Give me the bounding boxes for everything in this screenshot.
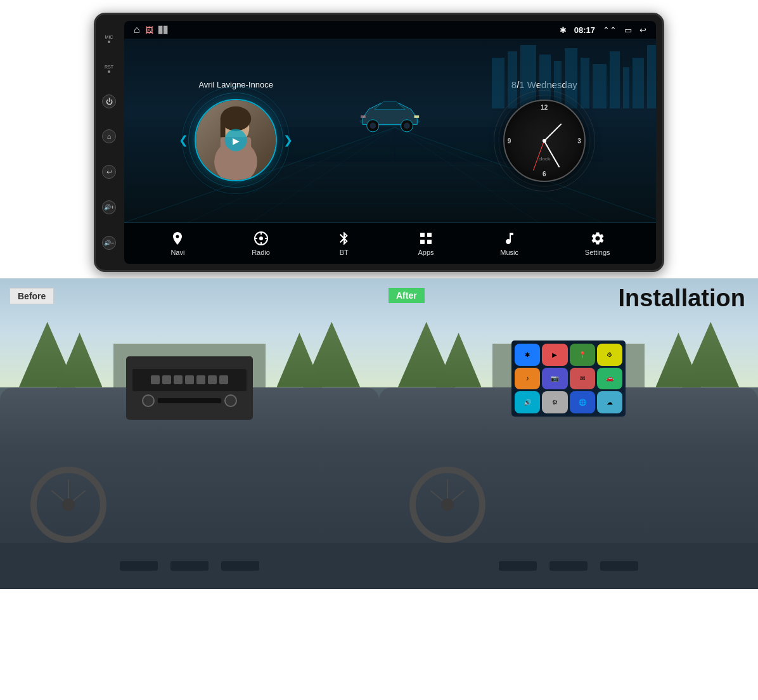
navi-icon xyxy=(170,231,185,246)
status-bar: ⌂ 🖼 ▊▊ ✱ 08:17 ⌃⌃ ▭ ↩ xyxy=(124,21,656,39)
app-1: ▶ xyxy=(542,344,567,366)
mic-label: MIC xyxy=(105,35,113,43)
status-left: ⌂ 🖼 ▊▊ xyxy=(134,24,169,36)
svg-point-35 xyxy=(404,123,411,129)
photo-icon: 🖼 xyxy=(145,25,153,35)
screen-icon: ▭ xyxy=(624,25,632,35)
old-radio-console xyxy=(126,356,253,420)
bottom-panel-before xyxy=(0,543,379,590)
nav-item-navi[interactable]: Navi xyxy=(170,231,185,256)
app-9: ⚙ xyxy=(542,391,567,413)
svg-rect-44 xyxy=(420,233,425,237)
radio-icon xyxy=(254,231,269,246)
after-section: After Installation xyxy=(379,278,758,589)
steering-wheel-after xyxy=(409,467,485,543)
before-section: Before xyxy=(0,278,379,589)
nav-item-music[interactable]: Music xyxy=(500,231,518,256)
before-badge: Before xyxy=(10,288,54,304)
music-label: Music xyxy=(500,249,518,256)
vol-down-button[interactable]: 🔊− xyxy=(102,236,116,250)
main-screen[interactable]: ⌂ 🖼 ▊▊ ✱ 08:17 ⌃⌃ ▭ ↩ xyxy=(124,21,656,264)
app-6: ✉ xyxy=(570,368,595,390)
car-display xyxy=(347,67,432,194)
back-nav-icon: ↩ xyxy=(639,25,646,35)
back-button[interactable]: ↩ xyxy=(102,165,116,179)
play-button[interactable]: ▶ xyxy=(225,129,247,152)
car-section xyxy=(347,39,432,223)
after-badge: After xyxy=(389,288,425,303)
app-4: ♪ xyxy=(515,368,540,390)
bluetooth-icon: ✱ xyxy=(560,25,567,35)
app-5: 📷 xyxy=(542,368,567,390)
minute-hand xyxy=(544,141,560,167)
clock-section: 8/1 Wednesday 12 3 6 9 xyxy=(433,39,656,223)
bottom-panel-after xyxy=(379,543,758,590)
installation-title: Installation xyxy=(618,285,745,312)
settings-icon xyxy=(590,231,605,246)
time-display: 08:17 xyxy=(574,25,595,35)
nav-item-settings[interactable]: Settings xyxy=(585,231,610,256)
rst-label: RST xyxy=(105,65,113,73)
new-stereo-console: ✱ ▶ 📍 ⚙ ♪ 📷 ✉ 🚗 🔊 ⚙ 🌐 ☁ xyxy=(511,340,626,417)
date-display: 8/1 Wednesday xyxy=(511,79,577,90)
svg-rect-46 xyxy=(420,240,425,244)
bottom-nav: Navi Radio xyxy=(124,223,656,264)
status-right: ✱ 08:17 ⌃⌃ ▭ ↩ xyxy=(560,25,646,35)
svg-rect-36 xyxy=(414,115,420,118)
stereo-unit: MIC RST ⏻ ⌂ ↩ 🔊+ 🔊− ⌂ 🖼 ▊▊ xyxy=(94,13,664,272)
app-8: 🔊 xyxy=(515,391,540,413)
navi-label: Navi xyxy=(170,249,184,256)
app-11: ☁ xyxy=(597,391,622,413)
clock-center xyxy=(543,139,546,143)
signal-icon: ▊▊ xyxy=(158,26,169,34)
bt-label: BT xyxy=(340,249,349,256)
app-7: 🚗 xyxy=(597,368,622,390)
svg-point-39 xyxy=(259,237,263,240)
side-buttons: MIC RST ⏻ ⌂ ↩ 🔊+ 🔊− xyxy=(96,15,122,270)
svg-rect-45 xyxy=(427,233,432,237)
settings-label: Settings xyxy=(585,249,610,256)
svg-rect-37 xyxy=(361,115,366,118)
home-button[interactable]: ⌂ xyxy=(102,129,116,143)
hour-hand xyxy=(544,123,562,141)
svg-point-34 xyxy=(370,123,376,129)
svg-rect-47 xyxy=(427,240,432,244)
svg-rect-30 xyxy=(221,119,226,137)
new-stereo-screen: ✱ ▶ 📍 ⚙ ♪ 📷 ✉ 🚗 🔊 ⚙ 🌐 ☁ xyxy=(511,340,626,417)
app-bluetooth: ✱ xyxy=(515,344,540,366)
steering-wheel-before xyxy=(30,467,106,543)
nav-item-bt[interactable]: BT xyxy=(337,231,352,256)
app-3: ⚙ xyxy=(597,344,622,366)
music-section: Avril Lavigne-Innoce ❮ xyxy=(124,39,347,223)
apps-label: Apps xyxy=(418,249,434,256)
music-icon xyxy=(502,231,517,246)
bt-icon xyxy=(337,231,352,246)
main-content: Avril Lavigne-Innoce ❮ xyxy=(124,39,656,223)
stereo-section: MIC RST ⏻ ⌂ ↩ 🔊+ 🔊− ⌂ 🖼 ▊▊ xyxy=(0,0,758,278)
power-button[interactable]: ⏻ xyxy=(102,94,116,108)
car-interior-before xyxy=(0,278,379,589)
home-icon[interactable]: ⌂ xyxy=(134,24,140,36)
nav-item-apps[interactable]: Apps xyxy=(418,231,434,256)
bottom-section: Before xyxy=(0,278,758,589)
apps-icon xyxy=(418,231,434,246)
album-art-container: ❮ xyxy=(179,99,293,181)
radio-label: Radio xyxy=(252,249,270,256)
vol-up-button[interactable]: 🔊+ xyxy=(102,200,116,214)
app-10: 🌐 xyxy=(570,391,595,413)
car-interior-after: ✱ ▶ 📍 ⚙ ♪ 📷 ✉ 🚗 🔊 ⚙ 🌐 ☁ xyxy=(379,278,758,589)
album-art: ▶ xyxy=(195,99,277,181)
nav-item-radio[interactable]: Radio xyxy=(252,231,270,256)
nav-icon: ⌃⌃ xyxy=(603,25,617,35)
analog-clock: 12 3 6 9 clock xyxy=(503,100,586,182)
app-2: 📍 xyxy=(570,344,595,366)
